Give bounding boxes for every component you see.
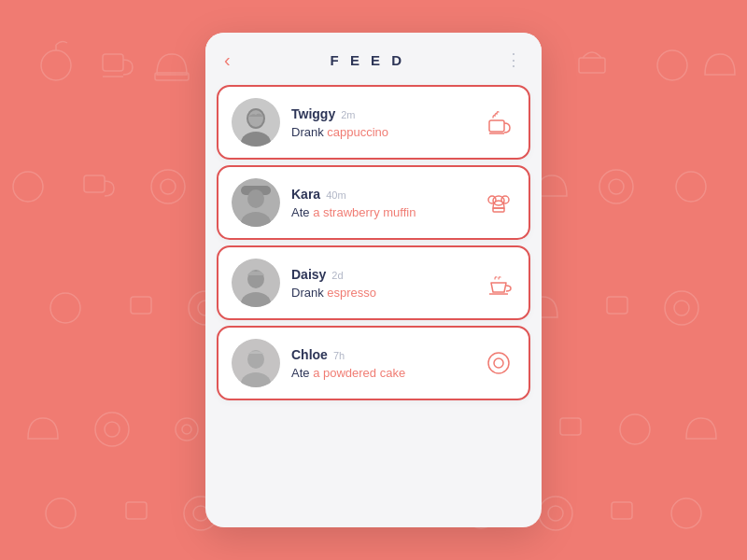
item-name-chloe: Chloe <box>291 347 328 362</box>
header: ‹ F E E D ⋮ <box>205 33 542 81</box>
page-title: F E E D <box>331 52 406 68</box>
svg-point-36 <box>674 301 689 315</box>
item-food-kara: a strawberry muffin <box>313 205 416 219</box>
svg-point-13 <box>657 50 687 80</box>
more-button[interactable]: ⋮ <box>505 49 523 70</box>
svg-point-80 <box>488 353 509 373</box>
avatar-twiggy <box>232 98 280 147</box>
svg-rect-27 <box>131 297 151 314</box>
svg-point-62 <box>248 110 263 127</box>
item-time-daisy: 2d <box>331 270 343 281</box>
svg-point-37 <box>95 413 129 446</box>
svg-point-23 <box>599 170 633 203</box>
feed-item-daisy[interactable]: Daisy 2d Drank espresso <box>218 247 529 318</box>
item-name-kara: Kara <box>291 187 320 202</box>
svg-point-72 <box>501 196 509 203</box>
svg-rect-4 <box>155 73 189 80</box>
feed-item-kara[interactable]: Kara 40m Ate a strawberry muffin <box>218 167 529 238</box>
main-card: ‹ F E E D ⋮ Twiggy 2m D <box>205 33 542 527</box>
svg-point-71 <box>488 196 496 203</box>
svg-point-35 <box>665 291 698 325</box>
svg-rect-49 <box>126 502 147 519</box>
svg-point-17 <box>161 179 176 194</box>
item-content-daisy: Daisy 2d Drank espresso <box>291 267 471 300</box>
svg-point-24 <box>609 179 624 194</box>
svg-point-16 <box>151 170 185 203</box>
item-time-twiggy: 2m <box>341 109 355 120</box>
feed-list: Twiggy 2m Drank cappuccino <box>205 81 542 527</box>
item-content-twiggy: Twiggy 2m Drank cappuccino <box>291 106 471 139</box>
item-icon-daisy <box>482 266 515 300</box>
item-time-kara: 40m <box>326 189 345 201</box>
item-icon-twiggy <box>482 105 515 139</box>
svg-point-56 <box>548 506 563 521</box>
item-food-daisy: espresso <box>327 286 376 300</box>
svg-point-38 <box>105 422 120 437</box>
item-content-kara: Kara 40m Ate a strawberry muffin <box>291 187 471 219</box>
svg-rect-2 <box>103 54 123 71</box>
svg-point-48 <box>46 498 76 528</box>
item-action-chloe: Ate a powdered cake <box>291 366 471 380</box>
avatar-daisy <box>232 259 280 307</box>
item-content-chloe: Chloe 7h Ate a powdered cake <box>291 347 471 380</box>
svg-rect-12 <box>579 58 605 73</box>
item-food-twiggy: cappuccino <box>327 125 388 139</box>
svg-rect-57 <box>612 502 632 519</box>
svg-rect-63 <box>489 120 504 132</box>
back-button[interactable]: ‹ <box>224 50 231 69</box>
item-icon-chloe <box>482 346 515 380</box>
avatar-kara <box>232 178 280 227</box>
svg-rect-46 <box>560 418 581 435</box>
item-name-daisy: Daisy <box>291 267 326 282</box>
svg-point-81 <box>494 358 503 368</box>
item-name-twiggy: Twiggy <box>291 106 335 121</box>
svg-point-47 <box>620 414 650 444</box>
svg-point-55 <box>539 497 572 530</box>
svg-point-14 <box>13 172 43 202</box>
svg-point-0 <box>41 50 71 80</box>
item-action-kara: Ate a strawberry muffin <box>291 205 471 219</box>
svg-point-40 <box>182 425 191 434</box>
item-action-twiggy: Drank cappuccino <box>291 125 471 139</box>
svg-rect-34 <box>607 297 627 314</box>
item-icon-kara <box>482 186 515 219</box>
item-action-daisy: Drank espresso <box>291 286 471 300</box>
item-food-chloe: a powdered cake <box>313 366 405 380</box>
svg-point-26 <box>50 293 80 323</box>
svg-point-58 <box>671 498 701 528</box>
feed-item-chloe[interactable]: Chloe 7h Ate a powdered cake <box>218 328 529 399</box>
svg-point-67 <box>247 189 264 208</box>
feed-item-twiggy[interactable]: Twiggy 2m Drank cappuccino <box>218 87 529 158</box>
svg-rect-70 <box>493 208 504 212</box>
svg-rect-15 <box>84 175 105 192</box>
item-time-chloe: 7h <box>333 350 345 361</box>
svg-point-25 <box>676 172 706 202</box>
svg-point-39 <box>176 418 198 441</box>
avatar-chloe <box>232 339 280 387</box>
